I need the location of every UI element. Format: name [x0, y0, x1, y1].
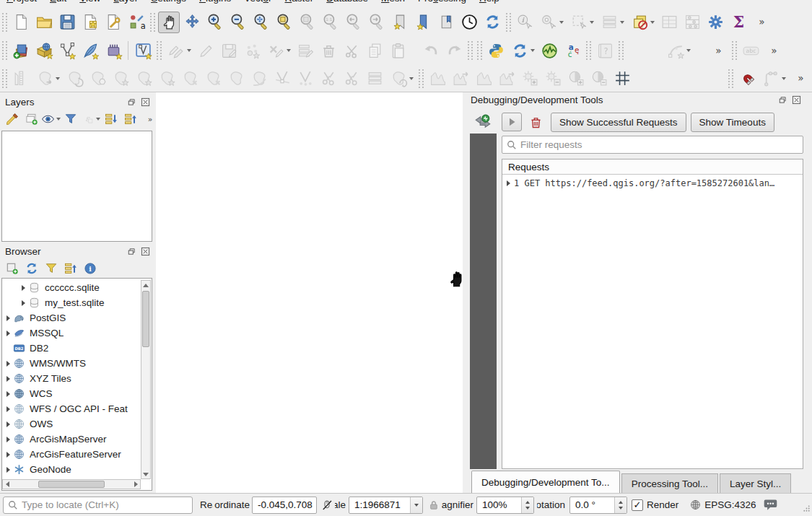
zoom-out-button[interactable]	[227, 12, 249, 33]
layer-labeling-button[interactable]: abc	[740, 40, 761, 61]
lock-scale-icon[interactable]	[426, 499, 442, 511]
dropdown-arrow-icon[interactable]	[559, 21, 564, 24]
crs-status[interactable]: EPSG:4326	[704, 499, 756, 510]
show-successful-requests-button[interactable]: Show Successful Requests	[551, 113, 686, 132]
reshape-features-button[interactable]	[225, 68, 247, 89]
open-attribute-table-button[interactable]	[658, 12, 680, 33]
redo-button[interactable]	[443, 40, 465, 61]
menu-settings[interactable]: Settings	[144, 0, 193, 8]
menu-project[interactable]: Project	[0, 0, 43, 8]
local-cumulative-stretch-button[interactable]	[496, 68, 518, 89]
decrease-brightness-button[interactable]	[542, 68, 564, 89]
menu-processing[interactable]: Processing	[411, 0, 473, 8]
copy-features-button[interactable]	[364, 40, 385, 61]
pan-to-selection-button[interactable]	[181, 12, 203, 33]
browser-float-button[interactable]	[125, 246, 137, 257]
browser-properties-button[interactable]: i	[80, 259, 100, 277]
clear-requests-button[interactable]	[526, 113, 545, 131]
zoom-last-button[interactable]	[343, 12, 364, 33]
layers-float-button[interactable]	[125, 97, 137, 108]
dropdown-arrow-icon[interactable]	[287, 49, 291, 52]
digitize-with-curve-button[interactable]	[664, 40, 693, 61]
menu-layer[interactable]: Layer	[107, 0, 144, 8]
menu-database[interactable]: Database	[320, 0, 375, 8]
increase-contrast-button[interactable]	[565, 68, 587, 89]
fill-ring-button[interactable]	[156, 68, 178, 89]
toolbar-handle[interactable]	[150, 13, 155, 32]
dropdown-arrow-icon[interactable]	[531, 49, 535, 52]
devtools-close-button[interactable]	[790, 95, 803, 105]
toolbar-handle[interactable]	[586, 41, 591, 60]
browser-item-postgis[interactable]: PostGIS	[2, 310, 141, 325]
digitize-with-segment-button[interactable]	[241, 40, 263, 61]
expand-arrow-icon[interactable]	[6, 391, 10, 397]
grass-tools-button[interactable]	[538, 40, 560, 61]
layers-tree-area[interactable]	[1, 131, 152, 242]
open-project-button[interactable]	[33, 12, 55, 33]
select-features-button[interactable]	[567, 12, 596, 33]
dock-tab-processing-tool[interactable]: Processing Tool...	[621, 473, 718, 493]
expand-arrow-icon[interactable]	[6, 437, 10, 442]
crs-globe-icon[interactable]	[686, 499, 704, 511]
plugin-reload-button[interactable]	[508, 40, 537, 61]
show-layout-manager-button[interactable]	[102, 12, 124, 33]
map-canvas[interactable]	[156, 92, 463, 493]
resize-grip[interactable]	[803, 504, 811, 515]
deselect-features-button[interactable]	[628, 12, 657, 33]
horizontal-scroll-thumb[interactable]	[38, 481, 105, 488]
add-ring-button[interactable]	[110, 68, 131, 89]
expand-arrow-icon[interactable]	[6, 361, 10, 367]
undo-button[interactable]	[420, 40, 442, 61]
menu-edit[interactable]: Edit	[43, 0, 73, 8]
toolbar-handle[interactable]	[2, 13, 7, 32]
help-contents-button[interactable]: ?	[594, 40, 616, 61]
toolbar-extension-2-button[interactable]: »	[707, 40, 729, 61]
new-virtual-layer-button[interactable]	[132, 40, 154, 61]
new-spatial-bookmark-button[interactable]	[389, 12, 411, 33]
browser-item-cccccc-sqlite[interactable]: cccccc.sqlite	[2, 280, 141, 295]
split-features-button[interactable]	[271, 68, 293, 89]
dropdown-arrow-icon[interactable]	[782, 77, 786, 80]
zoom-next-button[interactable]	[366, 12, 388, 33]
refresh-map-button[interactable]	[481, 12, 503, 33]
advanced-digitizing-button[interactable]	[264, 40, 293, 61]
run-feature-action-button[interactable]	[537, 12, 566, 33]
show-spatial-bookmarks-button[interactable]	[412, 12, 434, 33]
field-calculator-button[interactable]	[681, 12, 703, 33]
toolbar-handle[interactable]	[157, 41, 162, 60]
add-part-button[interactable]	[133, 68, 154, 89]
filter-browser-button[interactable]	[41, 259, 61, 277]
move-feature-button[interactable]	[33, 68, 62, 89]
vertical-scroll-thumb[interactable]	[142, 291, 149, 347]
statistical-summary-button[interactable]: Σ	[728, 12, 749, 33]
zoom-to-selection-button[interactable]	[274, 12, 295, 33]
browser-item-xyz-tiles[interactable]: XYZ Tiles	[2, 371, 141, 386]
show-timeouts-button[interactable]: Show Timeouts	[691, 113, 774, 132]
browser-item-db2[interactable]: DB2DB2	[2, 341, 141, 356]
scale-dropdown-icon[interactable]	[410, 497, 422, 513]
new-print-layout-button[interactable]	[79, 12, 101, 33]
coordinate-input[interactable]: -0.045,0.708	[252, 497, 317, 514]
delete-selected-button[interactable]	[318, 40, 339, 61]
scroll-up-button[interactable]	[141, 281, 150, 289]
toolbar-handle[interactable]	[419, 69, 424, 88]
messages-icon[interactable]	[756, 498, 785, 512]
open-layer-styling-button[interactable]	[2, 110, 22, 128]
dock-tab-debugging-development-to[interactable]: Debugging/Development To...	[471, 471, 620, 493]
temporal-controller-button[interactable]	[458, 12, 480, 33]
magnifier-spin-arrows[interactable]	[521, 497, 533, 513]
expand-all-button[interactable]	[101, 110, 121, 128]
stretch-histogram-extended-button[interactable]	[450, 68, 471, 89]
processing-toolbox-button[interactable]	[704, 12, 726, 33]
toolbar-handle[interactable]	[468, 41, 473, 60]
show-bookmark-manager-button[interactable]	[435, 12, 457, 33]
toolbar-handle[interactable]	[619, 41, 624, 60]
menu-vector[interactable]: Vector	[237, 0, 278, 8]
toggle-extents-icon[interactable]	[319, 499, 335, 512]
layers-close-button[interactable]	[139, 97, 152, 108]
character-tools-button[interactable]: aćę	[562, 40, 583, 61]
menu-raster[interactable]: Raster	[279, 0, 320, 8]
menu-help[interactable]: Help	[473, 0, 506, 8]
add-group-button[interactable]	[22, 110, 41, 128]
toolbar-handle[interactable]	[506, 13, 511, 32]
